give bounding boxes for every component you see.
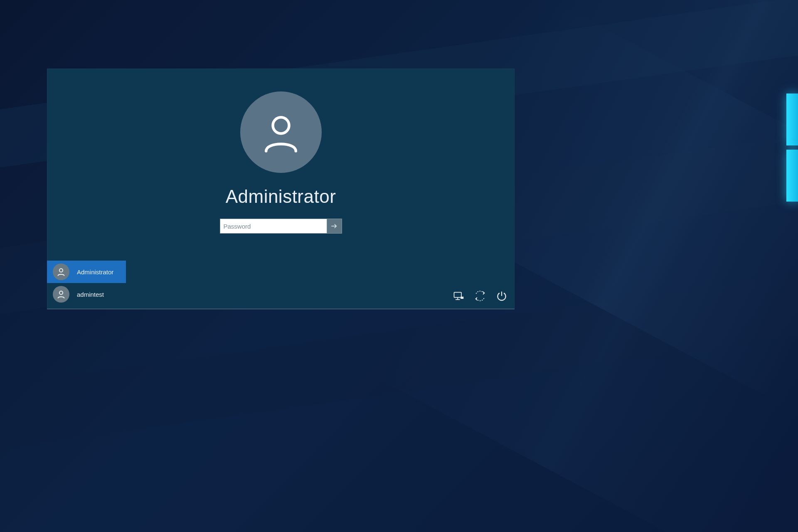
password-row (220, 219, 342, 234)
submit-button[interactable] (327, 219, 342, 234)
person-icon (259, 111, 303, 154)
ease-of-access-icon (474, 290, 486, 302)
arrow-right-icon (330, 222, 338, 230)
user-list-label: Administrator (77, 268, 113, 276)
svg-point-3 (59, 291, 63, 294)
person-icon (53, 286, 69, 303)
password-input[interactable] (220, 219, 327, 234)
login-panel: Administrator Administrator (47, 69, 515, 309)
svg-point-0 (273, 117, 289, 133)
user-list: Administrator admintest (47, 261, 126, 305)
svg-rect-7 (461, 297, 463, 299)
svg-point-2 (59, 268, 63, 272)
network-icon (453, 290, 464, 302)
person-icon (53, 264, 69, 280)
svg-rect-4 (454, 292, 462, 297)
user-avatar (240, 91, 322, 173)
user-list-item-administrator[interactable]: Administrator (47, 261, 126, 283)
user-list-label: admintest (77, 291, 104, 298)
power-button[interactable] (495, 290, 508, 302)
power-icon (496, 290, 507, 302)
login-center: Administrator (47, 91, 515, 234)
system-icons (452, 290, 508, 302)
user-list-item-admintest[interactable]: admintest (47, 283, 126, 305)
ease-of-access-button[interactable] (474, 290, 486, 302)
network-button[interactable] (452, 290, 465, 302)
selected-username: Administrator (226, 186, 336, 207)
